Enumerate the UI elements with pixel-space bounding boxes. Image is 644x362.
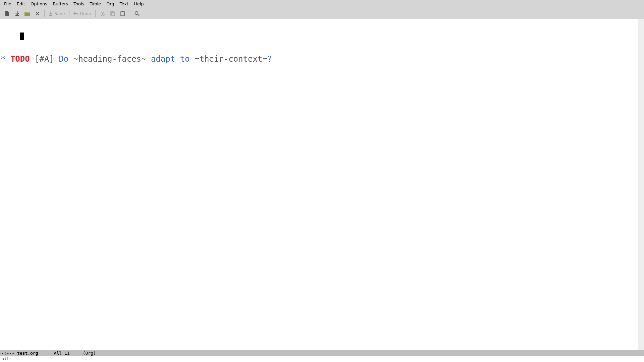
org-todo-keyword: TODO	[10, 54, 30, 64]
menu-bar: File Edit Options Buffers Tools Table Or…	[0, 0, 644, 8]
open-file-button[interactable]	[12, 9, 22, 18]
undo-label: Undo	[80, 11, 91, 16]
org-code-span: ~heading-faces~	[73, 54, 146, 64]
menu-tools[interactable]: Tools	[71, 1, 87, 7]
new-file-icon	[5, 11, 10, 16]
modeline-position: All L1	[54, 351, 70, 356]
org-verbatim-span: =their-context=	[195, 54, 267, 64]
org-heading-text: Do	[59, 54, 73, 64]
buffer-content[interactable]: * TODO [#A] Do ~heading-faces~ adapt to …	[0, 19, 638, 350]
toolbar-separator	[95, 10, 96, 17]
mode-line[interactable]: -:--- test.org All L1 (Org)	[0, 350, 644, 356]
menu-help[interactable]: Help	[131, 1, 147, 7]
copy-icon	[110, 11, 115, 16]
save-label: Save	[54, 11, 65, 16]
echo-text: nil	[1, 356, 9, 361]
copy-button[interactable]	[108, 9, 118, 18]
menu-buffers[interactable]: Buffers	[50, 1, 71, 7]
paste-icon	[120, 11, 125, 16]
menu-table[interactable]: Table	[87, 1, 104, 7]
modeline-buffer-name: test.org	[17, 351, 38, 356]
toolbar-separator	[44, 10, 45, 17]
undo-icon	[73, 11, 78, 16]
menu-options[interactable]: Options	[28, 1, 50, 7]
svg-point-7	[135, 11, 138, 14]
modeline-gap	[70, 351, 83, 356]
svg-rect-5	[121, 12, 124, 16]
undo-button[interactable]: Undo	[71, 9, 93, 18]
menu-org[interactable]: Org	[104, 1, 117, 7]
org-heading-line: * TODO [#A] Do ~heading-faces~ adapt to …	[1, 54, 638, 64]
new-file-button[interactable]	[2, 9, 12, 18]
folder-icon	[24, 11, 30, 16]
dired-button[interactable]	[22, 9, 32, 18]
org-heading-star: *	[1, 54, 5, 64]
org-priority: [#A]	[35, 54, 54, 64]
svg-rect-4	[112, 12, 115, 16]
close-icon	[35, 11, 40, 16]
editor-area: * TODO [#A] Do ~heading-faces~ adapt to …	[0, 19, 644, 350]
search-button[interactable]	[132, 9, 142, 18]
toolbar-separator	[69, 10, 69, 17]
search-icon	[135, 11, 140, 16]
paste-button[interactable]	[118, 9, 128, 18]
menu-text[interactable]: Text	[117, 1, 131, 7]
cut-icon	[100, 11, 105, 16]
text-cursor	[20, 33, 24, 40]
org-heading-text: ?	[267, 54, 272, 64]
svg-rect-6	[122, 11, 123, 12]
echo-area[interactable]: nil	[0, 356, 644, 362]
close-buffer-button[interactable]	[32, 9, 42, 18]
modeline-major-mode: (Org)	[83, 351, 96, 356]
menu-file[interactable]: File	[1, 1, 14, 7]
modeline-modified: -:---	[1, 351, 17, 356]
scrollbar[interactable]	[638, 19, 644, 350]
org-heading-text	[146, 54, 151, 64]
modeline-gap	[38, 351, 54, 356]
org-heading-text: adapt to	[151, 54, 190, 64]
org-heading-text	[190, 54, 195, 64]
menu-edit[interactable]: Edit	[14, 1, 28, 7]
open-icon	[15, 11, 20, 16]
save-icon	[49, 11, 53, 16]
svg-rect-0	[24, 13, 30, 16]
toolbar: Save Undo	[0, 8, 644, 19]
toolbar-separator	[130, 10, 130, 17]
save-button[interactable]: Save	[47, 9, 67, 18]
cut-button[interactable]	[98, 9, 108, 18]
